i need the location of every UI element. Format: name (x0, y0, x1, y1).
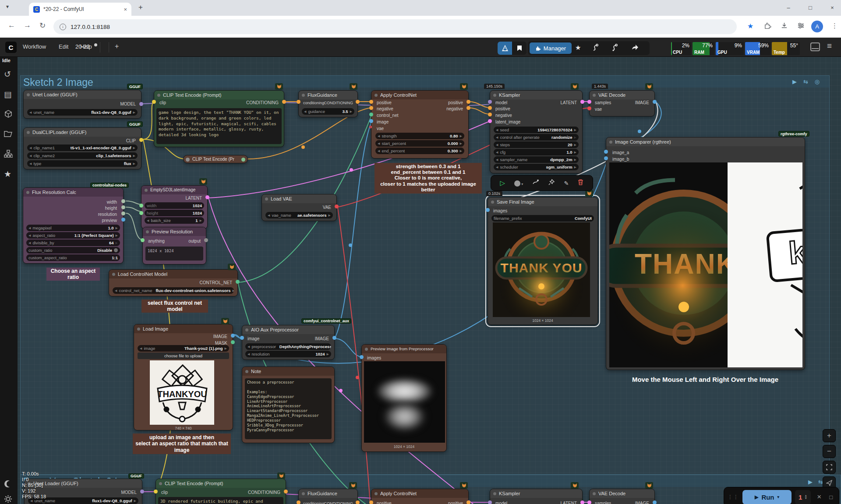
run-button[interactable]: ▶Run▾ (742, 490, 792, 504)
images-input-dot[interactable] (486, 208, 490, 212)
fit-view-button[interactable] (823, 461, 836, 474)
latent-output-dot[interactable] (580, 100, 584, 104)
workflows-folder-icon[interactable] (4, 130, 13, 139)
latent-output-dot[interactable] (205, 195, 209, 199)
edit-icon[interactable]: ✎ (564, 180, 569, 187)
widget-control-after-generate[interactable]: ◀control after generaterandomize▶ (494, 134, 579, 141)
collapse-dot[interactable] (159, 482, 162, 485)
node-preview-resolution[interactable]: Preview Resolution anything output 1024 … (142, 227, 206, 264)
forward-icon[interactable]: → (24, 21, 31, 30)
widget-megapixel[interactable]: ◀megapixel1.0▶ (26, 225, 120, 231)
collapse-dot[interactable] (593, 492, 596, 495)
model-output-dot[interactable] (140, 490, 144, 493)
reload-icon[interactable]: ↻ (39, 21, 46, 30)
images-input-dot[interactable] (360, 355, 364, 359)
clear-queue-icon[interactable]: × (817, 493, 821, 501)
collapse-dot[interactable] (375, 94, 378, 97)
node-emptysd3latentimage[interactable]: EmptySD3LatentImage LATENT width1024 hei… (141, 185, 208, 229)
run-selected-icon[interactable]: ▷ (500, 179, 505, 187)
conditioning-output-dot[interactable] (356, 500, 360, 504)
update-hook-icon[interactable] (592, 44, 599, 53)
widget-seed[interactable]: ◀seed159417280370324▶ (494, 127, 579, 133)
menu-workflow[interactable]: Workflow (23, 43, 46, 50)
node-library-icon[interactable] (4, 150, 13, 160)
group-title[interactable]: Sketch 2 Image (23, 77, 93, 88)
collapse-dot[interactable] (491, 201, 494, 204)
width-input-dot[interactable] (139, 204, 143, 208)
node-clip-text-encode-positive[interactable]: CLIP Text Encode (Prompt) clip CONDITION… (154, 90, 284, 147)
image-output-dot[interactable] (231, 334, 235, 338)
node-image-comparer[interactable]: Image Comparer (rgthree) image_a image_b… (606, 137, 805, 370)
widget-strength[interactable]: ◀strength0.80▶ (375, 133, 464, 139)
manager-button[interactable]: Manager (530, 42, 572, 54)
conditioning-input-dot[interactable] (297, 100, 300, 104)
widget-batch-size[interactable]: ◀batch_size1▶ (145, 217, 204, 224)
collapse-dot[interactable] (27, 131, 30, 134)
node-unet-loader-gguf[interactable]: Unet Loader (GGUF) MODEL ◀unet_nameflux1… (23, 90, 141, 119)
negative-output-dot[interactable] (466, 106, 470, 110)
widget-sampler-name[interactable]: ◀sampler_namedpmpp_2m▶ (494, 156, 579, 163)
collapse-dot[interactable] (302, 94, 305, 97)
samples-input-dot[interactable] (587, 100, 591, 104)
widget-steps[interactable]: ◀steps20▶ (494, 141, 579, 148)
group-visibility-icon[interactable]: ◎ (815, 78, 820, 85)
bookmark-button[interactable] (512, 42, 527, 55)
positive-output-dot[interactable] (466, 500, 470, 504)
mask-output-dot[interactable] (231, 340, 235, 344)
hamburger-menu-icon[interactable]: ≡ (827, 41, 832, 51)
profile-avatar[interactable]: A (811, 21, 823, 32)
widget-preprocessor[interactable]: ◀preprocessorDepthAnythingPreprocessor▶ (245, 343, 331, 350)
positive-output-dot[interactable] (466, 100, 470, 104)
collapse-dot[interactable] (27, 93, 30, 96)
collapse-dot[interactable] (593, 94, 596, 97)
collapse-dot[interactable] (609, 141, 612, 144)
clip-output-dot[interactable] (139, 138, 143, 142)
selection-toolbar[interactable]: ▷ ▾ ✎ (491, 175, 593, 191)
address-bar[interactable]: i 127.0.0.1:8188 (53, 19, 737, 34)
widget-vae-name[interactable]: ◀vae_nameae.safetensors▶ (265, 212, 333, 219)
image-input-dot[interactable] (369, 119, 373, 123)
queue-icon[interactable]: ▤ (4, 89, 12, 99)
image-output-dot[interactable] (332, 336, 336, 340)
collapse-dot[interactable] (26, 191, 29, 194)
color-picker-icon[interactable]: ▾ (514, 179, 523, 187)
collapse-dot[interactable] (365, 348, 368, 351)
delete-icon[interactable] (578, 179, 583, 187)
collapse-dot[interactable] (245, 328, 248, 331)
widget-clip-name2[interactable]: ◀clip_name2clip_l.safetensors▶ (27, 152, 138, 159)
collapse-dot[interactable] (112, 273, 115, 276)
collapse-dot[interactable] (493, 492, 496, 495)
conditioning-output-dot[interactable] (356, 100, 360, 104)
site-info-icon[interactable]: i (60, 24, 66, 30)
url-text[interactable]: 127.0.0.1:8188 (71, 24, 110, 30)
height-output-dot[interactable] (121, 205, 125, 209)
window-maximize-icon[interactable]: □ (802, 2, 818, 13)
clip-input-dot[interactable] (154, 490, 158, 493)
node-load-controlnet-model[interactable]: Load ControlNet Model CONTROL_NET ◀contr… (109, 269, 238, 296)
back-icon[interactable]: ← (8, 21, 15, 30)
output-dot[interactable] (204, 238, 208, 242)
model-output-dot[interactable] (139, 102, 143, 106)
image-input-dot[interactable] (240, 336, 244, 340)
widget-cfg[interactable]: ◀cfg1.0▶ (494, 149, 579, 155)
negative-input-dot[interactable] (488, 113, 492, 116)
widget-aspect-ratio[interactable]: ◀aspect_ratio1:1 (Perfect Square)▶ (26, 232, 120, 239)
workflow-tab[interactable]: 20-22 (75, 43, 90, 50)
node-fluxguidance-2[interactable]: FluxGuidance conditioning CONDITIONING (298, 489, 358, 504)
pin-icon[interactable] (548, 179, 555, 187)
settings-gear-icon[interactable] (4, 495, 12, 504)
widget-divisible-by[interactable]: ◀divisible_by64▶ (26, 240, 120, 246)
image-b-input-dot[interactable] (604, 156, 608, 160)
comfyui-logo[interactable]: C (5, 42, 17, 53)
history-icon[interactable]: ↺ (4, 69, 11, 79)
group-run-icon[interactable]: ▶ (792, 78, 797, 85)
samples-input-dot[interactable] (587, 500, 591, 504)
node-flux-resolution-calc[interactable]: Flux Resolution Calc width height resolu… (23, 187, 124, 264)
node-clip-text-encode-positive-2[interactable]: CLIP Text Encode (Prompt) clip CONDITION… (155, 479, 286, 504)
vae-input-dot[interactable] (587, 106, 591, 110)
anything-input-dot[interactable] (141, 238, 145, 242)
window-close-icon[interactable]: × (824, 2, 840, 13)
canvas-toggle-button[interactable] (498, 42, 512, 55)
stop-icon[interactable]: □ (829, 494, 833, 500)
node-vae-decode-2[interactable]: VAE Decode samples IMAGE (589, 489, 655, 504)
